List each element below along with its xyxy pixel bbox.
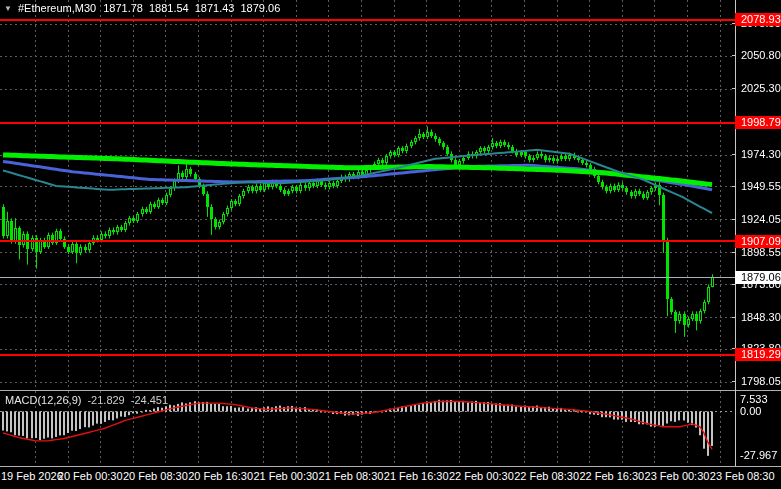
macd-name: MACD(12,26,9) [5, 394, 81, 406]
macd-indicator-label: MACD(12,26,9) -21.829 -24.451 [5, 394, 168, 406]
level-price-badge: 1907.09 [735, 235, 781, 248]
close-value: 1879.06 [240, 2, 280, 14]
level-price-badge: 1819.29 [735, 348, 781, 361]
open-value: 1871.78 [103, 2, 143, 14]
time-tick-label: 21 Feb 16:30 [384, 470, 449, 482]
time-tick-label: 20 Feb 16:30 [188, 470, 253, 482]
level-price-badge: 2078.93 [735, 13, 781, 26]
level-price-badge: 1998.79 [735, 116, 781, 129]
price-tick-label: 1798.05 [736, 375, 781, 388]
time-axis[interactable]: 19 Feb 202620 Feb 00:3020 Feb 08:3020 Fe… [0, 467, 781, 489]
price-tick-label: 1924.05 [736, 213, 781, 226]
time-tick-label: 22 Feb 08:30 [514, 470, 579, 482]
high-value: 1881.54 [149, 2, 189, 14]
macd-scale-top: 7.533 [740, 393, 781, 405]
price-tick-label: 2025.30 [736, 82, 781, 95]
macd-signal-value: -24.451 [131, 394, 168, 406]
time-tick-label: 22 Feb 16:30 [579, 470, 644, 482]
time-tick-label: 19 Feb 2026 [1, 470, 63, 482]
low-value: 1871.43 [195, 2, 235, 14]
ohlc-values: 1871.78 1881.54 1871.43 1879.06 [103, 2, 280, 14]
price-tick-label: 1949.55 [736, 180, 781, 193]
price-tick-label: 1848.30 [736, 311, 781, 324]
pane-separator[interactable] [0, 390, 781, 391]
macd-scale-zero: 0.00 [740, 405, 781, 417]
price-tick-label: 1974.30 [736, 148, 781, 161]
chart-title-bar: ▼ #Ethereum,M30 1871.78 1881.54 1871.43 … [4, 2, 280, 14]
price-chart-canvas[interactable] [0, 0, 735, 390]
chart-symbol-label: #Ethereum,M30 [18, 2, 96, 14]
time-tick-label: 20 Feb 08:30 [123, 470, 188, 482]
macd-scale-bottom: -27.967 [740, 449, 781, 461]
time-tick-label: 20 Feb 00:30 [58, 470, 123, 482]
time-tick-label: 23 Feb 00:30 [645, 470, 710, 482]
trading-chart-window: ▼ #Ethereum,M30 1871.78 1881.54 1871.43 … [0, 0, 781, 489]
chart-dropdown-icon[interactable]: ▼ [4, 4, 12, 13]
time-tick-label: 21 Feb 08:30 [319, 470, 384, 482]
macd-main-value: -21.829 [87, 394, 124, 406]
price-tick-label: 2050.80 [736, 49, 781, 62]
current-price-badge: 1879.06 [735, 271, 781, 284]
time-tick-label: 22 Feb 00:30 [449, 470, 514, 482]
time-tick-label: 21 Feb 00:30 [253, 470, 318, 482]
time-tick-label: 23 Feb 08:30 [710, 470, 775, 482]
